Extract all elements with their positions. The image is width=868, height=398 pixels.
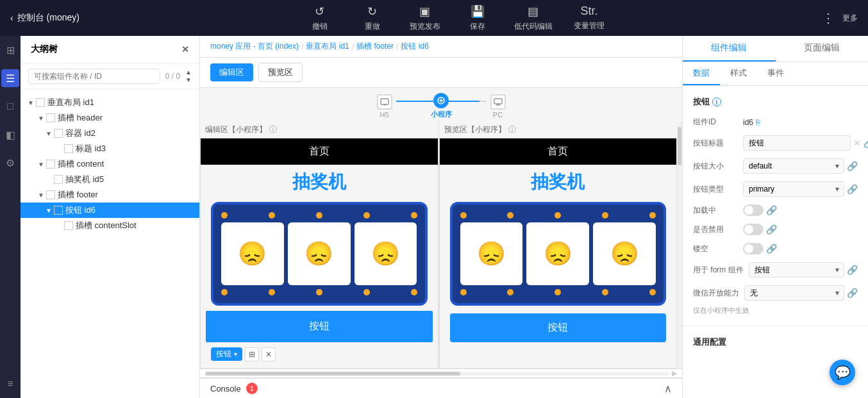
subtab-data[interactable]: 数据 [683, 62, 720, 85]
tree-expand-vertical[interactable]: ▼ [26, 97, 36, 108]
tree-checkbox-container[interactable] [54, 129, 63, 138]
tree-checkbox-slot-footer[interactable] [46, 190, 55, 199]
var-manage-button[interactable]: Str. 变量管理 [573, 4, 605, 31]
bc-button[interactable]: 按钮 id6 [401, 41, 428, 52]
outline-search-input[interactable] [28, 69, 160, 84]
hollow-toggle[interactable] [743, 243, 764, 254]
sidebar-icon-home[interactable]: ⊞ [1, 41, 19, 59]
save-button[interactable]: 💾 保存 [462, 4, 494, 32]
tree-checkbox-lotto[interactable] [54, 175, 63, 184]
sidebar-icon-component[interactable]: □ [1, 97, 19, 115]
disabled-toggle[interactable] [743, 224, 764, 235]
tab-component-edit[interactable]: 组件编辑 [683, 36, 776, 62]
btn-tag[interactable]: 按钮 ▾ [211, 347, 242, 361]
arrow-up[interactable]: ▲ [185, 69, 192, 76]
component-id-copy[interactable]: ⎘ [756, 118, 760, 127]
preview-app-button[interactable]: 按钮 [450, 313, 667, 342]
form-type-link[interactable]: 🔗 [847, 265, 858, 275]
btn-action-copy[interactable]: ⊞ [245, 347, 259, 361]
edit-frame-content: 首页 抽奖机 [200, 138, 438, 369]
wechat-select[interactable]: 无 contact share [744, 285, 844, 301]
bc-layout[interactable]: 垂直布局 id1 [306, 41, 349, 52]
btn-size-link[interactable]: 🔗 [847, 161, 858, 171]
tree-item-slot-footer[interactable]: ▼ 插槽 footer [21, 187, 199, 203]
canvas-hscroll[interactable]: ▶ [200, 369, 682, 377]
outline-close-icon[interactable]: ✕ [181, 44, 189, 54]
miniapp-label: 小程序 [431, 110, 452, 119]
sidebar-icon-bottom[interactable]: ≡ [1, 375, 19, 393]
btn-action-delete[interactable]: ✕ [262, 347, 276, 361]
device-miniapp[interactable]: 小程序 [412, 93, 471, 119]
loading-link[interactable]: 🔗 [766, 205, 777, 215]
loading-toggle[interactable] [743, 204, 764, 216]
form-type-select[interactable]: 按钮 submit reset [749, 262, 844, 278]
preview-slot-machine[interactable]: 😞 😞 😞 [450, 202, 667, 306]
tree-expand-slot-header[interactable]: ▼ [36, 113, 46, 123]
subtab-style[interactable]: 样式 [720, 62, 757, 85]
component-info-icon[interactable]: i [712, 97, 721, 106]
bc-app[interactable]: money 应用 - 首页 (index) [210, 41, 299, 52]
tree-checkbox-slot-header[interactable] [46, 113, 55, 122]
btn-type-link[interactable]: 🔗 [847, 184, 858, 194]
tree-item-lottomachine[interactable]: ▶ 抽奖机 id5 [21, 172, 199, 187]
hollow-link[interactable]: 🔗 [766, 244, 777, 254]
btn-size-select[interactable]: default mini large [743, 158, 844, 174]
tree-checkbox-button[interactable] [54, 206, 63, 215]
edit-header-text: 首页 [309, 145, 330, 156]
tree-checkbox-vertical[interactable] [36, 98, 45, 107]
tree-expand-container[interactable]: ▼ [44, 128, 54, 138]
prop-value-btn-size: default mini large 🔗 [743, 158, 858, 174]
canvas-vscroll-thumb[interactable] [678, 127, 681, 165]
console-expand-button[interactable]: ∧ [664, 383, 672, 395]
chat-bubble[interactable]: 💬 [830, 360, 855, 385]
btn-title-link[interactable]: 🔗 [864, 138, 868, 148]
tree-expand-slot-content[interactable]: ▼ [36, 159, 46, 169]
redo-button[interactable]: ↻ 重做 [356, 4, 388, 32]
tree-item-container-id2[interactable]: ▼ 容器 id2 [21, 126, 199, 141]
tree-checkbox-slot-content[interactable] [46, 160, 55, 169]
low-code-button[interactable]: ▤ 低代码编辑 [514, 4, 553, 32]
hscroll-thumb[interactable] [205, 372, 460, 376]
preview-publish-button[interactable]: ▣ 预览发布 [409, 4, 441, 32]
bc-footer[interactable]: 插槽 footer [356, 41, 394, 52]
outline-panel: 大纲树 ✕ 0 / 0 ▲ ▼ ▼ 垂直布局 id1 ▼ [21, 36, 200, 398]
btn-title-input[interactable] [743, 135, 851, 151]
edit-app-button[interactable]: 按钮 [207, 312, 431, 341]
tree-item-slot-content[interactable]: ▼ 插槽 content [21, 156, 199, 172]
btn-title-clear[interactable]: ✕ [853, 138, 861, 148]
btn-toolbar-overlay: 按钮 ▾ ⊞ ✕ [201, 345, 438, 364]
tab-page-edit[interactable]: 页面编辑 [776, 36, 869, 62]
tree-item-label-id3[interactable]: ▶ 标题 id3 [21, 141, 199, 156]
low-code-icon: ▤ [528, 4, 538, 19]
sidebar-icon-settings[interactable]: ⚙ [1, 154, 19, 172]
tree-item-slot-header[interactable]: ▼ 插槽 header [21, 110, 199, 126]
tree-checkbox-contentslot[interactable] [64, 221, 73, 230]
back-button[interactable]: ‹ 控制台 (money) [10, 12, 79, 24]
btn-tag-arrow[interactable]: ▾ [234, 351, 237, 358]
edit-info-icon[interactable]: ⓘ [269, 124, 277, 135]
preview-info-icon[interactable]: ⓘ [508, 124, 516, 135]
more-button[interactable]: ⋮ [817, 8, 840, 28]
tree-item-vertical-layout[interactable]: ▼ 垂直布局 id1 [21, 95, 199, 110]
device-h5[interactable]: H5 [358, 94, 412, 119]
sidebar-icon-layer[interactable]: ◧ [1, 126, 19, 144]
canvas-vscroll[interactable] [677, 122, 682, 369]
wechat-link[interactable]: 🔗 [847, 288, 858, 298]
tree-item-slot-contentslot[interactable]: ▶ 插槽 contentSlot [21, 218, 199, 233]
edit-slot-machine[interactable]: 😞 😞 😞 [211, 202, 428, 306]
tree-item-button-id6[interactable]: ▼ 按钮 id6 [21, 203, 199, 218]
edit-area-button[interactable]: 编辑区 [210, 63, 253, 81]
arrow-down[interactable]: ▼ [185, 76, 192, 84]
tree-checkbox-label[interactable] [64, 144, 73, 153]
tree-expand-slot-footer[interactable]: ▼ [36, 190, 46, 200]
undo-button[interactable]: ↺ 撤销 [304, 4, 336, 32]
right-tabs: 组件编辑 页面编辑 [683, 36, 868, 62]
subtab-event[interactable]: 事件 [757, 62, 794, 85]
tree-expand-button[interactable]: ▼ [44, 205, 54, 215]
preview-area-button[interactable]: 预览区 [258, 63, 303, 82]
btn-type-select[interactable]: primary default warn [743, 181, 844, 197]
outline-arrows: ▲ ▼ [185, 69, 192, 84]
disabled-link[interactable]: 🔗 [766, 224, 777, 235]
device-pc[interactable]: PC [471, 94, 525, 119]
sidebar-icon-outline[interactable]: ☰ [1, 69, 19, 87]
